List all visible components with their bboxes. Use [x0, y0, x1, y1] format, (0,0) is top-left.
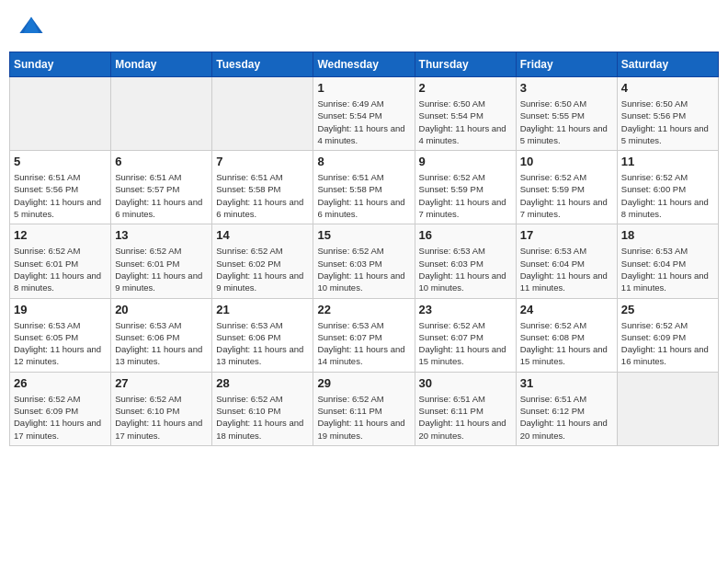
- logo-icon: [18, 14, 44, 40]
- day-number: 16: [419, 228, 512, 242]
- day-info: Sunrise: 6:52 AMSunset: 5:59 PMDaylight:…: [419, 171, 512, 220]
- calendar-cell: 19Sunrise: 6:53 AMSunset: 6:05 PMDayligh…: [10, 298, 111, 372]
- day-info: Sunrise: 6:52 AMSunset: 6:11 PMDaylight:…: [317, 393, 410, 442]
- day-number: 7: [216, 155, 309, 168]
- day-info: Sunrise: 6:52 AMSunset: 6:09 PMDaylight:…: [14, 393, 107, 442]
- day-info: Sunrise: 6:53 AMSunset: 6:05 PMDaylight:…: [14, 319, 107, 368]
- day-number: 1: [317, 81, 410, 95]
- calendar-week-5: 26Sunrise: 6:52 AMSunset: 6:09 PMDayligh…: [10, 372, 719, 445]
- day-number: 27: [115, 376, 208, 390]
- day-number: 9: [419, 155, 512, 168]
- day-info: Sunrise: 6:53 AMSunset: 6:06 PMDaylight:…: [216, 319, 309, 368]
- day-number: 21: [216, 303, 309, 316]
- day-number: 28: [216, 376, 309, 390]
- day-info: Sunrise: 6:53 AMSunset: 6:04 PMDaylight:…: [621, 245, 714, 293]
- day-info: Sunrise: 6:50 AMSunset: 5:56 PMDaylight:…: [621, 98, 714, 146]
- calendar-cell: 22Sunrise: 6:53 AMSunset: 6:07 PMDayligh…: [313, 298, 415, 372]
- day-info: Sunrise: 6:49 AMSunset: 5:54 PMDaylight:…: [317, 98, 410, 146]
- column-header-saturday: Saturday: [617, 52, 718, 77]
- logo: [18, 14, 48, 40]
- day-number: 6: [115, 155, 208, 168]
- calendar-cell: 14Sunrise: 6:52 AMSunset: 6:02 PMDayligh…: [212, 224, 313, 298]
- calendar-cell: 25Sunrise: 6:52 AMSunset: 6:09 PMDayligh…: [617, 298, 718, 372]
- day-info: Sunrise: 6:51 AMSunset: 5:56 PMDaylight:…: [14, 171, 107, 220]
- day-number: 17: [520, 228, 613, 242]
- day-info: Sunrise: 6:52 AMSunset: 6:08 PMDaylight:…: [520, 319, 613, 368]
- day-number: 10: [520, 155, 613, 168]
- calendar-cell: 21Sunrise: 6:53 AMSunset: 6:06 PMDayligh…: [212, 298, 313, 372]
- day-number: 18: [621, 228, 714, 242]
- day-number: 5: [14, 155, 107, 168]
- day-info: Sunrise: 6:51 AMSunset: 6:11 PMDaylight:…: [419, 393, 512, 442]
- day-info: Sunrise: 6:53 AMSunset: 6:07 PMDaylight:…: [317, 319, 410, 368]
- calendar-cell: 5Sunrise: 6:51 AMSunset: 5:56 PMDaylight…: [10, 151, 111, 224]
- column-header-monday: Monday: [111, 52, 212, 77]
- calendar-cell: 4Sunrise: 6:50 AMSunset: 5:56 PMDaylight…: [617, 77, 718, 151]
- column-header-sunday: Sunday: [10, 52, 111, 77]
- calendar-cell: 10Sunrise: 6:52 AMSunset: 5:59 PMDayligh…: [516, 151, 617, 224]
- day-info: Sunrise: 6:52 AMSunset: 6:02 PMDaylight:…: [216, 245, 309, 293]
- day-number: 29: [317, 376, 410, 390]
- day-info: Sunrise: 6:52 AMSunset: 6:01 PMDaylight:…: [115, 245, 208, 293]
- day-number: 24: [520, 303, 613, 316]
- day-number: 8: [317, 155, 410, 168]
- day-number: 22: [317, 303, 410, 316]
- calendar-cell: 31Sunrise: 6:51 AMSunset: 6:12 PMDayligh…: [516, 372, 617, 445]
- calendar-cell: 11Sunrise: 6:52 AMSunset: 6:00 PMDayligh…: [617, 151, 718, 224]
- calendar-cell: 15Sunrise: 6:52 AMSunset: 6:03 PMDayligh…: [313, 224, 415, 298]
- day-info: Sunrise: 6:52 AMSunset: 6:10 PMDaylight:…: [216, 393, 309, 442]
- calendar-cell: 26Sunrise: 6:52 AMSunset: 6:09 PMDayligh…: [10, 372, 111, 445]
- day-info: Sunrise: 6:52 AMSunset: 6:09 PMDaylight:…: [621, 319, 714, 368]
- calendar-cell: [111, 77, 212, 151]
- calendar-cell: 17Sunrise: 6:53 AMSunset: 6:04 PMDayligh…: [516, 224, 617, 298]
- day-info: Sunrise: 6:50 AMSunset: 5:55 PMDaylight:…: [520, 98, 613, 146]
- day-info: Sunrise: 6:52 AMSunset: 6:07 PMDaylight:…: [419, 319, 512, 368]
- day-info: Sunrise: 6:52 AMSunset: 6:01 PMDaylight:…: [14, 245, 107, 293]
- calendar-cell: 1Sunrise: 6:49 AMSunset: 5:54 PMDaylight…: [313, 77, 415, 151]
- day-info: Sunrise: 6:51 AMSunset: 6:12 PMDaylight:…: [520, 393, 613, 442]
- calendar-cell: 20Sunrise: 6:53 AMSunset: 6:06 PMDayligh…: [111, 298, 212, 372]
- calendar-cell: [10, 77, 111, 151]
- calendar-cell: 16Sunrise: 6:53 AMSunset: 6:03 PMDayligh…: [415, 224, 516, 298]
- calendar-cell: [617, 372, 718, 445]
- day-number: 30: [419, 376, 512, 390]
- column-header-friday: Friday: [516, 52, 617, 77]
- day-number: 3: [520, 81, 613, 95]
- day-info: Sunrise: 6:53 AMSunset: 6:03 PMDaylight:…: [419, 245, 512, 293]
- day-info: Sunrise: 6:50 AMSunset: 5:54 PMDaylight:…: [419, 98, 512, 146]
- page-header: [9, 9, 719, 44]
- calendar-cell: 3Sunrise: 6:50 AMSunset: 5:55 PMDaylight…: [516, 77, 617, 151]
- day-number: 13: [115, 228, 208, 242]
- calendar-week-1: 1Sunrise: 6:49 AMSunset: 5:54 PMDaylight…: [10, 77, 719, 151]
- calendar-cell: 2Sunrise: 6:50 AMSunset: 5:54 PMDaylight…: [415, 77, 516, 151]
- day-info: Sunrise: 6:52 AMSunset: 6:00 PMDaylight:…: [621, 171, 714, 220]
- calendar-cell: 6Sunrise: 6:51 AMSunset: 5:57 PMDaylight…: [111, 151, 212, 224]
- day-number: 15: [317, 228, 410, 242]
- day-info: Sunrise: 6:53 AMSunset: 6:06 PMDaylight:…: [115, 319, 208, 368]
- day-info: Sunrise: 6:51 AMSunset: 5:58 PMDaylight:…: [317, 171, 410, 220]
- calendar-cell: 9Sunrise: 6:52 AMSunset: 5:59 PMDaylight…: [415, 151, 516, 224]
- calendar-cell: 7Sunrise: 6:51 AMSunset: 5:58 PMDaylight…: [212, 151, 313, 224]
- calendar-week-2: 5Sunrise: 6:51 AMSunset: 5:56 PMDaylight…: [10, 151, 719, 224]
- calendar-cell: 29Sunrise: 6:52 AMSunset: 6:11 PMDayligh…: [313, 372, 415, 445]
- day-info: Sunrise: 6:51 AMSunset: 5:57 PMDaylight:…: [115, 171, 208, 220]
- day-info: Sunrise: 6:53 AMSunset: 6:04 PMDaylight:…: [520, 245, 613, 293]
- column-header-tuesday: Tuesday: [212, 52, 313, 77]
- day-info: Sunrise: 6:52 AMSunset: 5:59 PMDaylight:…: [520, 171, 613, 220]
- day-number: 25: [621, 303, 714, 316]
- calendar-cell: 18Sunrise: 6:53 AMSunset: 6:04 PMDayligh…: [617, 224, 718, 298]
- calendar-cell: 24Sunrise: 6:52 AMSunset: 6:08 PMDayligh…: [516, 298, 617, 372]
- day-number: 14: [216, 228, 309, 242]
- calendar-cell: 12Sunrise: 6:52 AMSunset: 6:01 PMDayligh…: [10, 224, 111, 298]
- day-info: Sunrise: 6:51 AMSunset: 5:58 PMDaylight:…: [216, 171, 309, 220]
- calendar-cell: 8Sunrise: 6:51 AMSunset: 5:58 PMDaylight…: [313, 151, 415, 224]
- calendar-header-row: SundayMondayTuesdayWednesdayThursdayFrid…: [10, 52, 719, 77]
- calendar-cell: [212, 77, 313, 151]
- day-number: 4: [621, 81, 714, 95]
- calendar-week-4: 19Sunrise: 6:53 AMSunset: 6:05 PMDayligh…: [10, 298, 719, 372]
- calendar-cell: 27Sunrise: 6:52 AMSunset: 6:10 PMDayligh…: [111, 372, 212, 445]
- day-number: 23: [419, 303, 512, 316]
- calendar-week-3: 12Sunrise: 6:52 AMSunset: 6:01 PMDayligh…: [10, 224, 719, 298]
- column-header-wednesday: Wednesday: [313, 52, 415, 77]
- day-number: 2: [419, 81, 512, 95]
